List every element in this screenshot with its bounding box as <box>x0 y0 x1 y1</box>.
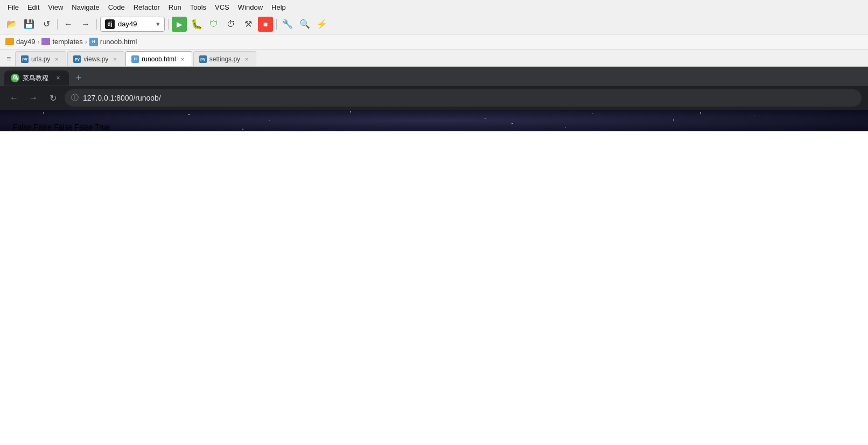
tab-views-label: views.py <box>83 55 108 63</box>
embedded-browser: 鸟 菜鸟教程 × + ← → ↻ ⓘ 127.0.0.1:8000/runoob… <box>0 67 868 445</box>
back-button[interactable]: ← <box>61 17 76 32</box>
save-button[interactable]: 💾 <box>22 17 37 32</box>
browser-content: False False False False True <box>0 110 868 445</box>
toolbar-sep-3 <box>168 19 169 30</box>
html-icon-runoob: H <box>131 55 139 63</box>
tab-urls-close[interactable]: × <box>53 55 60 63</box>
folder-icon <box>5 38 14 45</box>
project-name: day49 <box>118 20 137 28</box>
toolbar-sep-2 <box>96 19 97 30</box>
profile-button[interactable]: ⏱ <box>223 17 239 32</box>
build-button[interactable]: ⚒ <box>241 17 256 32</box>
tab-urls-label: urls.py <box>31 55 50 63</box>
breadcrumb-runoob-html[interactable]: H runoob.html <box>89 38 137 46</box>
menu-help[interactable]: Help <box>268 2 289 12</box>
coverage-button[interactable]: 🛡 <box>206 17 221 32</box>
browser-tab-label: 菜鸟教程 <box>23 74 48 83</box>
breadcrumb-templates-label: templates <box>52 38 82 46</box>
py-icon: py <box>21 55 29 63</box>
py-icon-settings: py <box>199 55 207 63</box>
breadcrumb-day49[interactable]: day49 <box>5 38 35 46</box>
tabs-bar: ≡ py urls.py × py views.py × H runoob.ht… <box>0 50 868 67</box>
page-text: False False False False True <box>13 123 110 131</box>
browser-tab-runoob[interactable]: 鸟 菜鸟教程 × <box>4 70 69 86</box>
address-lock-icon: ⓘ <box>71 93 79 103</box>
multirun-button[interactable]: ⚡ <box>314 17 330 32</box>
menu-bar: File Edit View Navigate Code Refactor Ru… <box>0 0 868 14</box>
open-folder-button[interactable]: 📂 <box>4 17 19 32</box>
browser-address-bar[interactable]: ⓘ 127.0.0.1:8000/runoob/ <box>65 89 862 107</box>
project-logo: dj <box>105 19 115 29</box>
menu-window[interactable]: Window <box>235 2 266 12</box>
py-icon-views: py <box>73 55 81 63</box>
stop-button[interactable]: ■ <box>258 17 273 32</box>
tab-views-close[interactable]: × <box>111 55 118 63</box>
tab-settings-py[interactable]: py settings.py × <box>193 51 256 66</box>
tab-runoob-close[interactable]: × <box>179 55 186 63</box>
menu-vcs[interactable]: VCS <box>212 2 233 12</box>
settings-button[interactable]: 🔧 <box>280 17 295 32</box>
browser-nav-bar: ← → ↻ ⓘ 127.0.0.1:8000/runoob/ <box>0 86 868 110</box>
browser-tab-bar: 鸟 菜鸟教程 × + <box>0 67 868 86</box>
menu-navigate[interactable]: Navigate <box>68 2 102 12</box>
breadcrumb: day49 › templates › H runoob.html <box>0 34 868 50</box>
browser-favicon: 鸟 <box>11 74 19 82</box>
browser-tab-close-button[interactable]: × <box>54 74 62 82</box>
run-button[interactable]: ▶ <box>172 17 187 32</box>
menu-code[interactable]: Code <box>105 2 128 12</box>
sync-button[interactable]: ↺ <box>39 17 54 32</box>
search-button[interactable]: 🔍 <box>297 17 312 32</box>
menu-tools[interactable]: Tools <box>187 2 209 12</box>
menu-edit[interactable]: Edit <box>24 2 43 12</box>
breadcrumb-day49-label: day49 <box>16 38 35 46</box>
toolbar: 📂 💾 ↺ ← → dj day49 ▾ ▶ 🐛 🛡 ⏱ ⚒ ■ 🔧 🔍 ⚡ <box>0 14 868 34</box>
menu-file[interactable]: File <box>4 2 22 12</box>
project-selector-chevron: ▾ <box>156 20 160 28</box>
browser-new-tab-button[interactable]: + <box>71 70 86 86</box>
debug-button[interactable]: 🐛 <box>189 17 204 32</box>
breadcrumb-sep-1: › <box>37 38 39 46</box>
browser-back-button[interactable]: ← <box>6 90 22 105</box>
project-selector[interactable]: dj day49 ▾ <box>100 17 165 32</box>
breadcrumb-runoob-label: runoob.html <box>100 38 137 46</box>
tab-runoob-label: runoob.html <box>142 55 176 63</box>
folder-purple-icon <box>41 38 50 45</box>
tabs-back-button[interactable]: ≡ <box>2 51 15 66</box>
toolbar-sep-1 <box>57 19 58 30</box>
page-content: False False False False True <box>9 118 859 136</box>
forward-button[interactable]: → <box>78 17 93 32</box>
browser-refresh-button[interactable]: ↻ <box>45 90 60 105</box>
menu-view[interactable]: View <box>45 2 66 12</box>
toolbar-sep-4 <box>276 19 277 30</box>
breadcrumb-templates[interactable]: templates <box>41 38 82 46</box>
tab-urls-py[interactable]: py urls.py × <box>15 51 66 66</box>
favicon-text: 鸟 <box>12 74 18 82</box>
browser-chrome: 鸟 菜鸟教程 × + ← → ↻ ⓘ 127.0.0.1:8000/runoob… <box>0 67 868 110</box>
tab-runoob-html[interactable]: H runoob.html × <box>125 51 192 66</box>
tab-views-py[interactable]: py views.py × <box>67 51 124 66</box>
html-file-icon: H <box>89 38 98 46</box>
menu-refactor[interactable]: Refactor <box>130 2 163 12</box>
browser-forward-button[interactable]: → <box>26 90 41 105</box>
tab-settings-close[interactable]: × <box>243 55 250 63</box>
browser-url: 127.0.0.1:8000/runoob/ <box>83 94 161 102</box>
breadcrumb-sep-2: › <box>85 38 87 46</box>
menu-run[interactable]: Run <box>165 2 185 12</box>
tab-settings-label: settings.py <box>209 55 240 63</box>
